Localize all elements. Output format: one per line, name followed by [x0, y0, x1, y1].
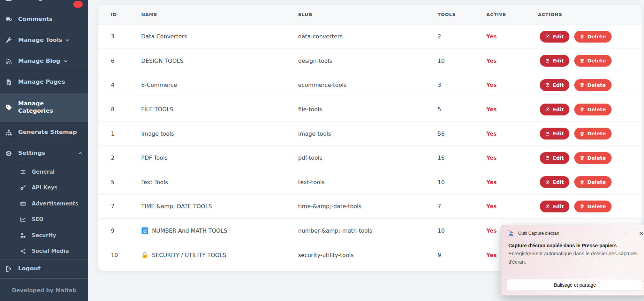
edit-button[interactable]: Edit	[540, 31, 569, 43]
cell-name: SECURITY / UTILITY TOOLS	[141, 243, 298, 267]
unread-badge	[73, 1, 83, 8]
edit-button[interactable]: Edit	[540, 152, 569, 164]
sidebar-footer-credit: Developed by Maitab	[0, 278, 88, 301]
snipping-tool-notification: Outil Capture d'écran ··· ✕ Capture d'éc…	[501, 225, 644, 296]
sidebar-item-manage-pages[interactable]: Manage Pages	[0, 72, 88, 93]
delete-button[interactable]: Delete	[574, 152, 611, 164]
active-status: Yes	[486, 106, 497, 113]
sidebar-item-settings[interactable]: Settings	[0, 143, 88, 164]
cell-id: 3	[98, 24, 141, 49]
cell-tools: 10	[438, 219, 486, 243]
cell-name: 1234 NUMBER And MATH TOOLS	[141, 219, 298, 243]
cell-name: FILE TOOLS	[141, 97, 298, 122]
sliders-icon	[19, 169, 27, 175]
blog-icon	[5, 58, 13, 65]
cell-slug: time-&amp;-date-tools	[298, 194, 438, 219]
sidebar: Messages Comments Manage Tools Manage	[0, 0, 88, 301]
cell-id: 7	[98, 194, 141, 219]
active-status: Yes	[486, 131, 497, 137]
cell-slug: pdf-tools	[298, 146, 438, 170]
active-status: Yes	[486, 33, 497, 40]
delete-button[interactable]: Delete	[574, 55, 611, 67]
more-options-icon[interactable]: ···	[621, 231, 629, 236]
edit-button[interactable]: Edit	[540, 128, 569, 140]
delete-button[interactable]: Delete	[574, 201, 611, 212]
edit-icon	[545, 83, 550, 87]
sidebar-subitem-general[interactable]: General	[0, 164, 88, 180]
edit-icon	[545, 34, 550, 39]
edit-icon	[545, 156, 550, 160]
cell-active: Yes	[486, 170, 538, 195]
comments-icon	[5, 16, 13, 23]
ad-icon: Ad	[19, 201, 27, 207]
cell-active: Yes	[486, 24, 538, 49]
cell-active: Yes	[486, 146, 538, 170]
chevron-down-icon	[65, 38, 70, 43]
edit-button[interactable]: Edit	[540, 55, 569, 67]
edit-button[interactable]: Edit	[540, 104, 569, 115]
cell-name: DESIGN TOOLS	[141, 49, 298, 73]
cell-name: Data Converters	[141, 24, 298, 49]
cell-tools: 10	[438, 49, 486, 73]
edit-icon	[545, 204, 550, 209]
cell-tools: 5	[438, 97, 486, 122]
active-status: Yes	[486, 203, 497, 210]
sidebar-item-manage-blog[interactable]: Manage Blog	[0, 51, 88, 72]
cell-slug: security-utility-tools	[298, 243, 438, 267]
svg-text:34: 34	[143, 231, 146, 234]
active-status: Yes	[486, 82, 497, 88]
sidebar-item-manage-categories[interactable]: Manage Categories	[0, 93, 88, 122]
delete-button[interactable]: Delete	[574, 79, 611, 91]
sidebar-subitem-security[interactable]: Security	[0, 227, 88, 243]
cell-id: 9	[98, 219, 141, 243]
cell-name: Text Tools	[141, 170, 298, 195]
sidebar-subitem-advertisements[interactable]: Ad Advertisements	[0, 196, 88, 212]
delete-button[interactable]: Delete	[574, 176, 611, 188]
cell-name: TIME &amp; DATE TOOLS	[141, 194, 298, 219]
cell-slug: number-&amp;-math-tools	[298, 219, 438, 243]
user-shield-icon	[19, 232, 27, 239]
edit-button[interactable]: Edit	[540, 79, 569, 91]
edit-button[interactable]: Edit	[540, 176, 569, 188]
close-icon[interactable]: ✕	[639, 230, 644, 237]
sidebar-item-comments[interactable]: Comments	[0, 9, 88, 30]
delete-button[interactable]: Delete	[574, 31, 611, 43]
sidebar-subitem-seo[interactable]: SEO	[0, 212, 88, 228]
markup-share-button[interactable]: Balisage et partage	[507, 279, 643, 291]
cell-slug: file-tools	[298, 97, 438, 122]
wrench-icon	[5, 37, 13, 44]
snipping-tool-icon	[507, 230, 514, 237]
table-row: 8 FILE TOOLS file-tools 5 Yes	[98, 97, 642, 122]
sidebar-item-manage-tools[interactable]: Manage Tools	[0, 30, 88, 51]
cell-id: 2	[98, 146, 141, 170]
cell-tools: 56	[438, 121, 486, 146]
cell-tools: 16	[438, 146, 486, 170]
cell-slug: image-tools	[298, 121, 438, 146]
active-status: Yes	[486, 252, 497, 258]
edit-button[interactable]: Edit	[540, 201, 569, 212]
sidebar-item-messages[interactable]: Messages	[0, 0, 88, 9]
delete-button[interactable]: Delete	[574, 128, 611, 140]
edit-icon	[545, 107, 550, 112]
column-header: ID	[98, 5, 141, 24]
table-header-row: ID NAME SLUG TOOLS ACTIVE ACTIONS	[98, 5, 642, 24]
delete-button[interactable]: Delete	[574, 104, 611, 115]
cell-slug: data-converters	[298, 24, 438, 49]
column-header: ACTIONS	[538, 5, 642, 24]
sidebar-subitem-api-keys[interactable]: API Keys	[0, 180, 88, 196]
sidebar-item-logout[interactable]: Logout	[0, 259, 88, 278]
sidebar-subitem-social-media[interactable]: Social Media	[0, 243, 88, 259]
chart-line-icon	[19, 216, 27, 223]
table-row: 1 Image tools image-tools 56 Yes	[98, 121, 642, 146]
cell-name: E-Commerce	[141, 73, 298, 97]
lock-emoji	[141, 251, 149, 259]
sidebar-item-generate-sitemap[interactable]: Generate Sitemap	[0, 122, 88, 143]
chevron-up-icon	[78, 151, 83, 156]
share-icon	[19, 248, 27, 254]
cell-id: 10	[98, 243, 141, 267]
cell-tools: 3	[438, 73, 486, 97]
active-status: Yes	[486, 179, 497, 186]
tag-icon	[5, 104, 13, 111]
cell-actions: Edit Delete	[538, 73, 642, 97]
column-header: TOOLS	[438, 5, 486, 24]
